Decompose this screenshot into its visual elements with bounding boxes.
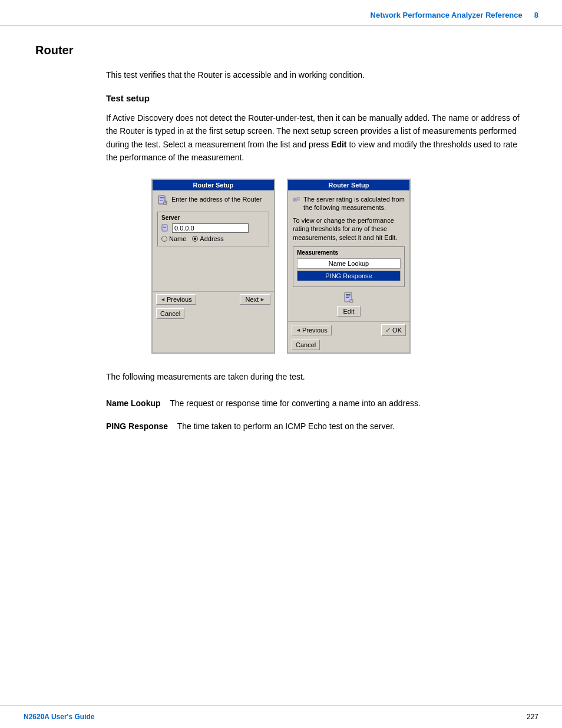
cancel-button-right[interactable]: Cancel — [292, 340, 320, 350]
dialog-right-footer: ◄ Previous ✓ OK — [288, 321, 409, 338]
page-footer: N2620A User's Guide 227 — [0, 705, 562, 728]
radio-address[interactable]: Address — [192, 235, 223, 242]
svg-rect-3 — [160, 200, 163, 200]
cancel-button-left[interactable]: Cancel — [156, 308, 184, 319]
measurements-group: Measurements Name Lookup PING Response — [293, 246, 405, 287]
svg-rect-8 — [163, 227, 166, 228]
right-desc2: To view or change the performance rating… — [293, 216, 405, 242]
prev-arrow-right: ◄ — [296, 327, 301, 333]
dialog-right-body: ✓ ~ The server rating is calculated from… — [288, 190, 409, 321]
right-footer-right: ✓ OK — [381, 324, 406, 336]
measurement-name-lookup[interactable]: Name Lookup — [297, 258, 401, 269]
input-row — [161, 223, 265, 233]
next-label: Next — [245, 296, 259, 303]
prev-arrow-left: ◄ — [160, 297, 166, 302]
page-header: Network Performance Analyzer Reference 8 — [0, 0, 562, 26]
dialog-right-titlebar: Router Setup — [288, 180, 409, 190]
right-footer-left: ◄ Previous — [292, 325, 332, 335]
footer-right: 227 — [527, 713, 538, 721]
next-button[interactable]: Next ► — [240, 294, 270, 305]
server-rating-icon: ✓ ~ — [293, 195, 300, 206]
dialog-left-body: Enter the address of the Router Server — [153, 190, 274, 256]
name-lookup-desc: Name Lookup The request or response time… — [106, 397, 527, 410]
subsection-title: Test setup — [106, 93, 527, 103]
edit-icon — [343, 292, 355, 306]
svg-rect-10 — [293, 199, 296, 199]
radio-address-circle — [192, 236, 198, 242]
left-dialog-spacer — [153, 256, 274, 291]
input-icon — [161, 224, 170, 232]
svg-rect-12 — [293, 200, 295, 200]
server-group-box: Server Name — [157, 212, 269, 246]
after-dialogs-text: The following measurements are taken dur… — [106, 370, 527, 383]
edit-area: Edit — [293, 292, 405, 317]
svg-rect-1 — [160, 197, 164, 198]
router-setup-icon — [157, 195, 168, 207]
ok-button[interactable]: ✓ OK — [381, 324, 406, 336]
dialog-left-titlebar: Router Setup — [153, 180, 274, 190]
address-input[interactable] — [172, 223, 249, 233]
radio-row: Name Address — [161, 235, 265, 242]
ping-response-desc: PING Response The time taken to perform … — [106, 420, 527, 433]
footer-left-group: ◄ Previous — [156, 294, 196, 305]
intro-text: This test verifies that the Router is ac… — [106, 69, 527, 81]
svg-rect-19 — [346, 297, 349, 298]
measurement-ping-response[interactable]: PING Response — [297, 271, 401, 281]
svg-rect-7 — [163, 226, 166, 226]
dialog-right-icon-row: ✓ ~ The server rating is calculated from… — [293, 195, 405, 212]
svg-text:~: ~ — [299, 197, 300, 200]
ok-checkmark: ✓ — [385, 326, 391, 334]
edit-button[interactable]: Edit — [337, 306, 361, 317]
prev-label-left: Previous — [167, 296, 192, 303]
header-title: Network Performance Analyzer Reference — [371, 11, 523, 19]
name-lookup-term: Name Lookup — [106, 398, 161, 408]
svg-rect-2 — [160, 199, 164, 199]
name-lookup-def: The request or response time for convert… — [170, 398, 421, 408]
svg-rect-18 — [346, 296, 351, 297]
ok-label: OK — [392, 327, 402, 334]
radio-name-label: Name — [169, 235, 186, 242]
prev-label-right: Previous — [302, 327, 328, 334]
ping-response-term: PING Response — [106, 421, 168, 431]
main-content: Router This test verifies that the Route… — [0, 26, 562, 461]
radio-name[interactable]: Name — [161, 235, 186, 242]
dialogs-row: Router Setup Enter the address of the Ro… — [35, 179, 527, 354]
svg-rect-6 — [162, 225, 167, 231]
dialog-right: Router Setup ✓ ~ The server rating is c — [287, 179, 411, 354]
section-title: Router — [35, 44, 527, 57]
svg-rect-9 — [293, 198, 297, 201]
cancel-row-right: Cancel — [288, 338, 409, 353]
ping-response-def: The time taken to perform an ICMP Echo t… — [177, 421, 395, 431]
cancel-row-left: Cancel — [153, 307, 274, 321]
dialog-left-desc: Enter the address of the Router — [171, 195, 262, 203]
svg-rect-17 — [346, 294, 351, 295]
dialog-left: Router Setup Enter the address of the Ro… — [151, 179, 275, 354]
prev-button-right[interactable]: ◄ Previous — [292, 325, 332, 335]
right-desc-group: The server rating is calculated from the… — [303, 195, 405, 212]
footer-left: N2620A User's Guide — [24, 713, 94, 721]
svg-rect-11 — [293, 199, 296, 200]
svg-point-5 — [165, 202, 166, 203]
dialog-left-footer: ◄ Previous Next ► — [153, 291, 274, 307]
footer-right-group: Next ► — [240, 294, 270, 305]
right-desc1: The server rating is calculated from the… — [303, 195, 405, 212]
next-arrow: ► — [260, 297, 265, 302]
radio-name-circle — [161, 236, 167, 242]
radio-address-label: Address — [200, 235, 223, 242]
header-page-num: 8 — [534, 11, 538, 19]
body-text: If Active Discovery does not detect the … — [106, 111, 527, 164]
measurements-label: Measurements — [297, 249, 401, 256]
server-group-label: Server — [161, 215, 265, 221]
dialog-left-icon-row: Enter the address of the Router — [157, 195, 269, 207]
prev-button-left[interactable]: ◄ Previous — [156, 294, 196, 305]
